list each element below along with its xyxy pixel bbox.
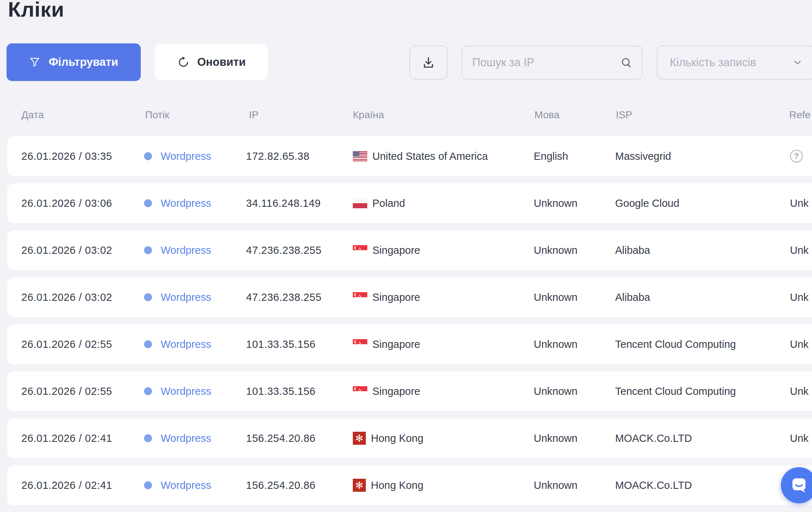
cell-language: Unknown — [534, 418, 578, 458]
header-referer: Refe — [789, 106, 811, 124]
stream-link[interactable]: Wordpress — [161, 432, 211, 444]
cell-date: 26.01.2026 / 02:41 — [21, 418, 112, 458]
country-name: Poland — [372, 197, 405, 209]
table-row: 26.01.2026 / 03:35 Wordpress 172.82.65.3… — [7, 136, 812, 176]
cell-ip: 156.254.20.86 — [246, 418, 316, 458]
country-name: Hong Kong — [371, 479, 423, 491]
download-icon — [422, 56, 435, 69]
stream-link[interactable]: Wordpress — [161, 338, 211, 350]
cell-isp: Tencent Cloud Computing — [615, 324, 736, 364]
cell-referer: Unk — [790, 371, 809, 411]
stream-link[interactable]: Wordpress — [161, 244, 211, 256]
cell-isp: Massivegrid — [615, 136, 671, 176]
stream-link[interactable]: Wordpress — [161, 479, 211, 491]
clicks-page: { "page": { "title": "Кліки" }, "toolbar… — [0, 0, 812, 512]
header-language: Мова — [534, 106, 559, 124]
country-name: Hong Kong — [371, 432, 423, 444]
cell-country: Hong Kong — [353, 465, 423, 505]
country-name: Singapore — [372, 291, 420, 303]
header-stream: Потік — [145, 106, 169, 124]
table-row: 26.01.2026 / 03:02 Wordpress 47.236.238.… — [7, 277, 812, 317]
cell-isp: MOACK.Co.LTD — [615, 465, 692, 505]
us-flag-icon — [353, 151, 367, 161]
cell-stream: Wordpress — [144, 418, 211, 458]
records-count-label: Кількість записів — [670, 56, 756, 69]
table-body: 26.01.2026 / 03:35 Wordpress 172.82.65.3… — [7, 136, 812, 505]
filter-button[interactable]: Фільтрувати — [7, 43, 141, 81]
stream-link[interactable]: Wordpress — [161, 291, 211, 303]
refresh-icon — [177, 56, 190, 69]
cell-isp: Alibaba — [615, 277, 650, 317]
stream-link[interactable]: Wordpress — [161, 197, 211, 209]
refresh-button-label: Оновити — [197, 56, 246, 69]
pl-flag-icon — [353, 198, 367, 208]
page-title: Кліки — [8, 0, 64, 21]
download-button[interactable] — [409, 46, 448, 80]
cell-language: Unknown — [534, 183, 578, 223]
cell-country: Singapore — [353, 230, 420, 270]
table-header: Дата Потік IP Країна Мова ISP Refe — [0, 106, 812, 124]
chevron-down-icon — [792, 57, 803, 68]
stream-dot-icon — [144, 340, 152, 348]
cell-stream: Wordpress — [144, 277, 211, 317]
cell-country: United States of America — [353, 136, 488, 176]
question-icon[interactable]: ? — [790, 150, 803, 163]
table-row: 26.01.2026 / 02:55 Wordpress 101.33.35.1… — [7, 371, 812, 411]
records-count-dropdown[interactable]: Кількість записів — [657, 46, 812, 80]
stream-dot-icon — [144, 481, 152, 489]
cell-date: 26.01.2026 / 03:02 — [21, 230, 112, 270]
cell-country: Singapore — [353, 324, 420, 364]
cell-stream: Wordpress — [144, 136, 211, 176]
stream-dot-icon — [144, 199, 152, 207]
cell-stream: Wordpress — [144, 183, 211, 223]
filter-button-label: Фільтрувати — [48, 56, 118, 69]
stream-dot-icon — [144, 293, 152, 301]
table-row: 26.01.2026 / 03:02 Wordpress 47.236.238.… — [7, 230, 812, 270]
header-isp: ISP — [616, 106, 632, 124]
cell-isp: Alibaba — [615, 230, 650, 270]
cell-stream: Wordpress — [144, 465, 211, 505]
cell-date: 26.01.2026 / 03:35 — [21, 136, 112, 176]
cell-ip: 47.236.238.255 — [246, 277, 322, 317]
stream-dot-icon — [144, 152, 152, 160]
country-name: Singapore — [372, 385, 420, 397]
sg-flag-icon — [353, 292, 367, 302]
table-row: 26.01.2026 / 02:41 Wordpress 156.254.20.… — [7, 418, 812, 458]
cell-country: Hong Kong — [353, 418, 423, 458]
chat-bubble-icon — [790, 476, 808, 495]
cell-stream: Wordpress — [144, 230, 211, 270]
cell-ip: 101.33.35.156 — [246, 324, 316, 364]
cell-language: Unknown — [534, 465, 578, 505]
cell-isp: Google Cloud — [615, 183, 679, 223]
cell-ip: 34.116.248.149 — [246, 183, 321, 223]
cell-language: Unknown — [534, 230, 578, 270]
sg-flag-icon — [353, 245, 367, 255]
search-icon[interactable] — [620, 56, 633, 69]
header-date: Дата — [21, 106, 44, 124]
sg-flag-icon — [353, 386, 367, 396]
cell-referer: Unk — [790, 324, 809, 364]
hk-flag-icon — [353, 432, 366, 445]
search-input[interactable] — [471, 56, 620, 69]
country-name: Singapore — [372, 244, 420, 256]
refresh-button[interactable]: Оновити — [155, 44, 268, 80]
cell-ip: 156.254.20.86 — [246, 465, 316, 505]
cell-language: Unknown — [534, 277, 578, 317]
header-ip: IP — [249, 106, 258, 124]
cell-date: 26.01.2026 / 02:55 — [21, 371, 112, 411]
table-row: 26.01.2026 / 02:41 Wordpress 156.254.20.… — [7, 465, 812, 505]
cell-language: Unknown — [534, 324, 578, 364]
cell-date: 26.01.2026 / 03:06 — [21, 183, 112, 223]
cell-language: English — [534, 136, 568, 176]
cell-ip: 47.236.238.255 — [246, 230, 322, 270]
stream-link[interactable]: Wordpress — [161, 150, 211, 162]
stream-dot-icon — [144, 246, 152, 254]
table-row: 26.01.2026 / 03:06 Wordpress 34.116.248.… — [7, 183, 812, 223]
stream-link[interactable]: Wordpress — [161, 385, 211, 397]
country-name: United States of America — [372, 150, 488, 162]
cell-language: Unknown — [534, 371, 578, 411]
cell-isp: MOACK.Co.LTD — [615, 418, 692, 458]
cell-referer: Unk — [790, 183, 809, 223]
cell-date: 26.01.2026 / 03:02 — [21, 277, 112, 317]
hk-flag-icon — [353, 479, 366, 492]
